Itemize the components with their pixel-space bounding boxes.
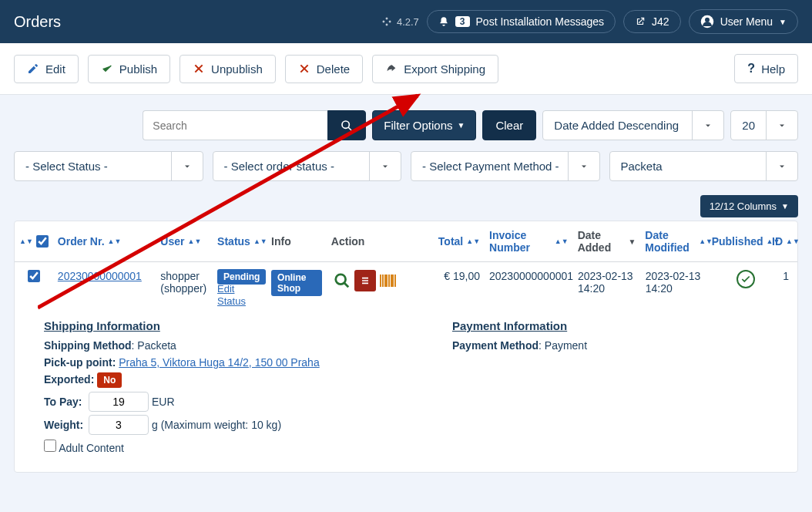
- sort-icon: ▲▼: [466, 239, 480, 244]
- search-icon: [341, 120, 353, 132]
- barcode-action-icon[interactable]: [377, 270, 399, 291]
- columns-button[interactable]: 12/12 Columns▼: [700, 195, 798, 217]
- col-order-nr[interactable]: Order Nr.▲▼: [53, 229, 156, 254]
- pickup-label: Pick-up point:: [44, 356, 116, 369]
- col-date-added[interactable]: Date Added ▼: [573, 229, 641, 254]
- edit-status-link[interactable]: Edit Status: [217, 283, 246, 307]
- col-total[interactable]: Total▲▼: [423, 229, 485, 254]
- limit-select[interactable]: 20: [730, 110, 798, 140]
- adult-label: Adult Content: [59, 442, 124, 454]
- help-button[interactable]: ?Help: [734, 54, 798, 83]
- check-icon: [101, 62, 113, 75]
- orders-table: ▲▼ Order Nr.▲▼ User▲▼ Status▲▼ Info Acti…: [14, 221, 798, 473]
- adult-content-checkbox[interactable]: [44, 440, 56, 452]
- export-shipping-button[interactable]: Export Shipping: [372, 55, 498, 83]
- row-checkbox[interactable]: [28, 270, 40, 282]
- col-status[interactable]: Status▲▼: [213, 229, 267, 254]
- info-badge: Online Shop: [271, 270, 322, 296]
- weight-unit: g (Maximum weight: 10 kg): [152, 416, 281, 433]
- notification-label: Post Installation Messages: [476, 15, 605, 28]
- sort-icon: ▲▼: [108, 239, 122, 244]
- col-date-modified[interactable]: Date Modified▲▼: [640, 229, 717, 254]
- site-link-pill[interactable]: J42: [623, 10, 681, 33]
- sort-icon: ▲▼: [253, 239, 267, 244]
- page-title: Orders: [14, 13, 61, 31]
- svg-point-2: [342, 121, 349, 128]
- topay-label: To Pay:: [44, 393, 86, 410]
- user-login: (shopper): [160, 282, 208, 295]
- weight-label: Weight:: [44, 416, 86, 433]
- col-action: Action: [327, 229, 424, 254]
- topay-unit: EUR: [152, 393, 175, 410]
- delete-button[interactable]: Delete: [285, 55, 363, 83]
- pay-method-value: Payment: [545, 339, 587, 352]
- filter-shipping-method-select[interactable]: Packeta: [609, 151, 799, 181]
- topay-input[interactable]: [89, 392, 149, 412]
- user-menu-pill[interactable]: User Menu ▼: [689, 9, 798, 34]
- id-cell: 1: [774, 270, 797, 282]
- edit-button[interactable]: Edit: [14, 55, 79, 83]
- sort-select[interactable]: Date Added Descending: [542, 110, 724, 140]
- view-action-icon[interactable]: [331, 270, 353, 291]
- weight-input[interactable]: [89, 415, 149, 435]
- chevron-down-icon: [579, 162, 589, 171]
- shipping-info-heading: Shipping Information: [44, 319, 421, 332]
- notification-count: 3: [455, 16, 470, 27]
- unpublish-button[interactable]: Unpublish: [180, 55, 276, 83]
- publish-button[interactable]: Publish: [88, 55, 170, 83]
- filter-payment-method-select[interactable]: - Select Payment Method -: [411, 151, 600, 181]
- filter-options-button[interactable]: Filter Options▼: [372, 110, 476, 140]
- filter-status-select[interactable]: - Select Status -: [14, 151, 203, 181]
- sort-icon: ▲▼: [786, 239, 800, 244]
- col-user[interactable]: User▲▼: [156, 229, 213, 254]
- exported-badge: No: [97, 372, 122, 388]
- col-invoice[interactable]: Invoice Number▲▼: [485, 229, 573, 254]
- clear-button[interactable]: Clear: [482, 110, 536, 140]
- share-icon: [385, 62, 398, 75]
- order-link[interactable]: 20230000000001: [58, 270, 142, 282]
- total-cell: € 19,00: [423, 270, 485, 282]
- table-row: 20230000000001 shopper(shopper) PendingE…: [15, 262, 797, 315]
- user-name: shopper: [160, 270, 208, 282]
- svg-point-3: [336, 275, 346, 285]
- search-input[interactable]: [143, 110, 327, 140]
- list-action-icon[interactable]: [354, 270, 376, 291]
- ship-method-label: Shipping Method: [44, 339, 132, 352]
- pickup-link[interactable]: Praha 5, Viktora Huga 14/2, 150 00 Praha: [119, 356, 319, 369]
- pencil-icon: [27, 62, 39, 75]
- sort-icon[interactable]: ▲▼: [19, 239, 33, 244]
- published-icon[interactable]: [737, 270, 755, 288]
- payment-info-heading: Payment Information: [452, 319, 587, 332]
- ship-method-value: Packeta: [137, 339, 176, 352]
- sort-desc-icon: ▼: [628, 237, 636, 246]
- select-all-checkbox[interactable]: [36, 235, 49, 248]
- col-info: Info: [267, 229, 327, 254]
- col-published[interactable]: Published▲▼: [717, 229, 774, 254]
- chevron-down-icon: [777, 162, 787, 171]
- filter-order-status-select[interactable]: - Select order status -: [213, 151, 402, 181]
- question-icon: ?: [747, 62, 755, 76]
- version-label: 4.2.7: [381, 16, 419, 28]
- pay-method-label: Payment Method: [452, 339, 539, 352]
- notifications-pill[interactable]: 3 Post Installation Messages: [427, 10, 616, 33]
- sort-icon: ▲▼: [187, 239, 201, 244]
- sort-icon: ▲▼: [555, 239, 569, 244]
- joomla-icon: [381, 16, 392, 27]
- modified-cell: 2023-02-13 14:20: [641, 270, 718, 295]
- invoice-cell: 20230000000001: [485, 270, 573, 282]
- external-link-icon: [635, 16, 646, 27]
- svg-point-1: [705, 18, 710, 22]
- x-icon: [298, 62, 310, 75]
- chevron-down-icon: ▼: [781, 202, 789, 211]
- user-icon: [700, 15, 714, 29]
- chevron-down-icon: [381, 162, 390, 171]
- sort-icon: ▲▼: [699, 239, 713, 244]
- chevron-down-icon: ▼: [458, 121, 465, 130]
- col-id[interactable]: ID▲▼: [774, 229, 797, 254]
- chevron-down-icon: [703, 121, 713, 130]
- chevron-down-icon: [777, 121, 787, 130]
- search-button[interactable]: [327, 110, 366, 140]
- chevron-down-icon: ▼: [779, 18, 787, 26]
- exported-label: Exported:: [44, 373, 94, 386]
- x-icon: [193, 62, 205, 75]
